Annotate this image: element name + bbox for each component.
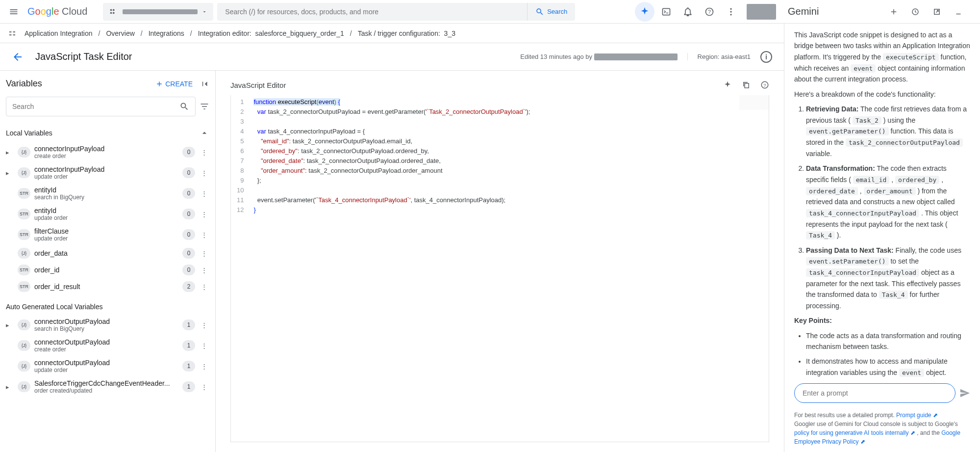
variable-row[interactable]: ▸ {J} connectorInputPayloadcreate order …	[6, 142, 209, 162]
project-icon	[109, 7, 119, 16]
gemini-open-icon[interactable]	[927, 2, 947, 22]
breadcrumb-item[interactable]: Application Integration	[25, 29, 93, 37]
expand-icon[interactable]: ▸	[6, 321, 14, 329]
variable-menu-icon[interactable]: ⋮	[199, 169, 209, 177]
code-content[interactable]: function executeScript(event) { var task…	[250, 95, 534, 442]
google-cloud-logo[interactable]: Google Cloud	[27, 6, 87, 17]
variable-menu-icon[interactable]: ⋮	[199, 321, 209, 329]
info-icon[interactable]: i	[760, 51, 772, 63]
more-icon[interactable]	[721, 2, 741, 22]
svg-point-8	[730, 11, 731, 12]
breadcrumb-item: Task / trigger configuration: 3_3	[358, 29, 455, 37]
gemini-response: This JavaScript code snippet is designed…	[784, 24, 980, 377]
search-input[interactable]	[217, 8, 527, 16]
expand-icon[interactable]: ▸	[6, 169, 14, 177]
chevron-up-icon[interactable]	[200, 128, 209, 138]
variable-row[interactable]: {J} connectorOutputPayloadupdate order 1…	[6, 356, 209, 376]
type-badge: {J}	[18, 248, 30, 259]
hamburger-icon[interactable]	[4, 2, 24, 22]
variable-search-input[interactable]	[12, 103, 179, 110]
type-badge: STR	[18, 188, 30, 199]
usage-count: 1	[182, 340, 195, 351]
usage-count: 0	[182, 147, 195, 158]
prompt-guide-link[interactable]: Prompt guide ⬈	[896, 412, 938, 419]
variable-subtitle: order created/updated	[34, 387, 178, 394]
variable-search	[6, 97, 196, 116]
svg-point-9	[730, 14, 731, 15]
variable-name: entityId	[34, 186, 178, 194]
gemini-sparkle-icon[interactable]	[635, 2, 654, 22]
variable-row[interactable]: {J} order_data 0 ⋮	[6, 245, 209, 262]
variable-menu-icon[interactable]: ⋮	[199, 250, 209, 257]
ai-sparkle-icon[interactable]	[723, 80, 732, 89]
breadcrumb-item[interactable]: Integration editor: salesforce_bigquery_…	[198, 29, 344, 37]
project-selector[interactable]	[103, 3, 213, 21]
svg-text:?: ?	[763, 82, 766, 88]
notifications-icon[interactable]	[678, 2, 698, 22]
global-search: Search	[217, 3, 575, 21]
copy-icon[interactable]	[742, 80, 751, 89]
usage-count: 1	[182, 361, 195, 372]
variable-row[interactable]: ▸ {J} SalesforceTriggerCdcChangeEventHea…	[6, 376, 209, 397]
variable-row[interactable]: STR entityIdupdate order 0 ⋮	[6, 204, 209, 224]
variable-row[interactable]: {J} connectorOutputPayloadcreate order 1…	[6, 335, 209, 356]
variable-name: SalesforceTriggerCdcChangeEventHeader...	[34, 379, 178, 387]
gemini-minimize-icon[interactable]	[949, 2, 968, 22]
back-arrow-icon[interactable]	[12, 51, 24, 63]
variable-menu-icon[interactable]: ⋮	[199, 283, 209, 291]
svg-point-2	[110, 12, 112, 14]
usage-count: 1	[182, 319, 195, 330]
ai-policy-link[interactable]: policy for using generative AI tools int…	[794, 429, 915, 436]
variable-menu-icon[interactable]: ⋮	[199, 342, 209, 349]
send-icon[interactable]	[959, 388, 970, 399]
code-editor[interactable]: 123456789101112 function executeScript(e…	[230, 95, 769, 442]
filter-icon[interactable]	[200, 102, 209, 111]
editor-header: JavaScript Task Editor Edited 13 minutes…	[0, 43, 784, 71]
usage-count: 0	[182, 265, 195, 275]
help-icon[interactable]: ?	[700, 2, 719, 22]
code-help-icon[interactable]: ?	[760, 80, 769, 89]
variable-menu-icon[interactable]: ⋮	[199, 231, 209, 239]
type-badge: {J}	[18, 319, 30, 330]
gemini-header: Gemini	[780, 2, 976, 22]
gemini-history-icon[interactable]	[905, 2, 925, 22]
type-badge: {J}	[18, 361, 30, 372]
search-icon	[535, 7, 544, 16]
code-minimap[interactable]	[739, 95, 769, 110]
expand-icon[interactable]: ▸	[6, 383, 14, 391]
header-icons: ?	[635, 2, 776, 22]
profile-redacted[interactable]	[747, 4, 776, 20]
variable-row[interactable]: STR order_id_result 2 ⋮	[6, 278, 209, 295]
variable-row[interactable]: STR order_id 0 ⋮	[6, 262, 209, 278]
gemini-prompt-input[interactable]	[794, 383, 955, 403]
variable-row[interactable]: STR filterClauseupdate order 0 ⋮	[6, 224, 209, 245]
variable-menu-icon[interactable]: ⋮	[199, 211, 209, 218]
variable-menu-icon[interactable]: ⋮	[199, 266, 209, 274]
variable-menu-icon[interactable]: ⋮	[199, 383, 209, 391]
variable-row[interactable]: ▸ {J} connectorInputPayloadupdate order …	[6, 162, 209, 183]
type-badge: {J}	[18, 147, 30, 158]
usage-count: 1	[182, 381, 195, 392]
variable-name: connectorOutputPayload	[34, 359, 178, 367]
user-redacted	[594, 53, 678, 60]
variable-row[interactable]: STR entityIdsearch in BigQuery 0 ⋮	[6, 183, 209, 204]
local-variables-section[interactable]: Local Variables	[6, 128, 209, 138]
type-badge: {J}	[18, 340, 30, 351]
variable-menu-icon[interactable]: ⋮	[199, 363, 209, 370]
variable-row[interactable]: ▸ {J} connectorOutputPayloadsearch in Bi…	[6, 315, 209, 335]
variable-menu-icon[interactable]: ⋮	[199, 190, 209, 197]
create-button[interactable]: CREATE	[155, 80, 193, 88]
breadcrumb-item[interactable]: Integrations	[149, 29, 184, 37]
variable-menu-icon[interactable]: ⋮	[199, 149, 209, 156]
integration-icon	[8, 29, 17, 38]
line-numbers: 123456789101112	[231, 95, 250, 442]
breadcrumb-item[interactable]: Overview	[106, 29, 134, 37]
terminal-icon[interactable]	[656, 2, 676, 22]
expand-icon[interactable]: ▸	[6, 149, 14, 156]
region-label: Region: asia-east1	[687, 53, 751, 60]
gemini-new-icon[interactable]	[884, 2, 904, 22]
chevron-down-icon	[201, 9, 207, 15]
search-button[interactable]: Search	[527, 3, 575, 21]
auto-variables-section[interactable]: Auto Generated Local Variables	[6, 303, 209, 311]
collapse-panel-icon[interactable]	[201, 80, 209, 88]
